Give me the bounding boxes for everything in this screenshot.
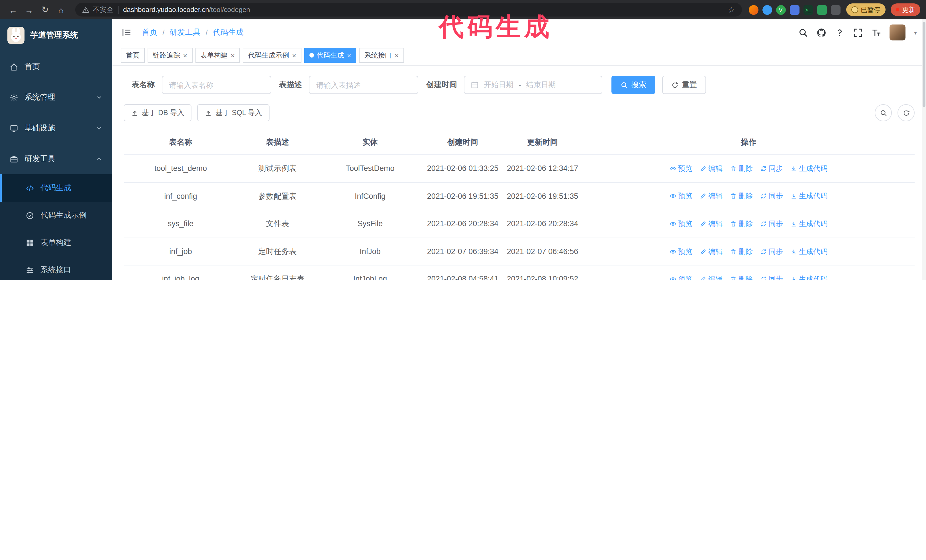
update-button[interactable]: 更新 — [891, 3, 920, 16]
main-area: 首页 / 研发工具 / 代码生成 ▾ 首页 — [112, 20, 926, 280]
home-icon — [10, 62, 18, 71]
app-logo[interactable]: 芋道管理系统 — [0, 20, 112, 51]
sync-link[interactable]: 同步 — [760, 163, 783, 174]
edit-icon — [700, 165, 707, 172]
address-bar[interactable]: 不安全 dashboard.yudao.iocoder.cn/tool/code… — [75, 3, 741, 17]
column-header-entity: 实体 — [318, 130, 423, 154]
table-name-input[interactable] — [162, 76, 271, 94]
delete-link[interactable]: 删除 — [730, 163, 753, 174]
sync-link[interactable]: 同步 — [760, 273, 783, 280]
extension-icon-drop[interactable] — [762, 5, 772, 15]
browser-reload-button[interactable]: ↻ — [38, 2, 53, 17]
page-scrollbar[interactable] — [922, 20, 926, 280]
help-icon[interactable] — [835, 28, 844, 37]
scrollbar-thumb[interactable] — [923, 22, 925, 107]
delete-link[interactable]: 删除 — [730, 273, 753, 280]
breadcrumb-tools[interactable]: 研发工具 — [170, 27, 201, 38]
sidebar-item[interactable]: 首页 — [0, 51, 112, 82]
generate-code-link[interactable]: 生成代码 — [790, 163, 828, 174]
import-db-button[interactable]: 基于 DB 导入 — [124, 104, 192, 121]
extension-icon-leaf[interactable] — [817, 5, 826, 15]
date-range-picker[interactable]: 开始日期 - 结束日期 — [464, 76, 602, 94]
tab[interactable]: 代码生成示例 × — [243, 48, 301, 63]
github-icon[interactable] — [817, 28, 826, 37]
sync-link[interactable]: 同步 — [760, 246, 783, 257]
close-icon[interactable]: × — [183, 51, 187, 59]
tab[interactable]: 系统接口 × — [359, 48, 404, 63]
toggle-search-button[interactable] — [875, 104, 892, 121]
annotation-overlay: 代码生成 — [439, 10, 553, 44]
edit-icon — [700, 248, 707, 255]
sidebar-subitem[interactable]: 代码生成 — [0, 174, 112, 202]
paused-badge[interactable]: 已暂停 — [846, 3, 885, 16]
font-size-icon[interactable] — [871, 28, 881, 37]
navbar-actions: ▾ — [798, 24, 917, 41]
close-icon[interactable]: × — [395, 51, 399, 59]
refresh-table-button[interactable] — [897, 104, 915, 121]
browser-home-button[interactable]: ⌂ — [54, 2, 68, 17]
preview-link[interactable]: 预览 — [670, 273, 692, 280]
reset-button[interactable]: 重置 — [662, 76, 706, 94]
preview-link[interactable]: 预览 — [670, 190, 692, 202]
calendar-icon — [471, 81, 479, 89]
create-time-label: 创建时间 — [426, 80, 457, 90]
example-icon — [26, 211, 34, 220]
tab[interactable]: 链路追踪 × — [148, 48, 192, 63]
avatar[interactable] — [890, 24, 905, 41]
delete-label: 删除 — [738, 273, 753, 280]
sidebar-item[interactable]: 系统管理 — [0, 82, 112, 113]
extension-icon-terminal[interactable]: >_ — [803, 5, 813, 15]
table-desc-input[interactable] — [309, 76, 418, 94]
extension-icon-people[interactable] — [790, 5, 799, 15]
tab[interactable]: 代码生成 × — [304, 48, 356, 63]
close-icon[interactable]: × — [347, 51, 351, 59]
fullscreen-icon[interactable] — [853, 28, 863, 37]
sidebar-subitem[interactable]: 系统接口 — [0, 257, 112, 280]
form-icon — [26, 238, 34, 247]
delete-label: 删除 — [738, 218, 753, 229]
sidebar-item[interactable]: 研发工具 — [0, 143, 112, 174]
import-sql-button[interactable]: 基于 SQL 导入 — [197, 104, 269, 121]
edit-link[interactable]: 编辑 — [700, 246, 723, 257]
generate-code-label: 生成代码 — [799, 190, 828, 202]
sidebar-item[interactable]: 基础设施 — [0, 113, 112, 143]
cell-actions: 预览 编辑 删除 同步 生成代码 — [583, 211, 915, 237]
tab[interactable]: 表单构建 × — [195, 48, 240, 63]
preview-link[interactable]: 预览 — [670, 163, 692, 174]
preview-link[interactable]: 预览 — [670, 246, 692, 257]
extensions-puzzle-icon[interactable] — [831, 5, 840, 15]
edit-link[interactable]: 编辑 — [700, 273, 723, 280]
generate-code-link[interactable]: 生成代码 — [790, 190, 828, 202]
extension-icon-fox[interactable] — [749, 5, 758, 15]
sidebar-subitem[interactable]: 表单构建 — [0, 229, 112, 257]
sync-link[interactable]: 同步 — [760, 190, 783, 202]
close-icon[interactable]: × — [292, 51, 296, 59]
edit-link[interactable]: 编辑 — [700, 190, 723, 202]
generate-code-link[interactable]: 生成代码 — [790, 246, 828, 257]
generate-code-link[interactable]: 生成代码 — [790, 273, 828, 280]
close-icon[interactable]: × — [230, 51, 235, 59]
sync-link[interactable]: 同步 — [760, 218, 783, 229]
tab[interactable]: 首页 — [121, 48, 145, 63]
delete-link[interactable]: 删除 — [730, 190, 753, 202]
gear-icon — [10, 93, 18, 102]
cell-updated: 2021-02-07 06:46:56 — [502, 238, 583, 265]
hamburger-icon[interactable] — [121, 27, 132, 38]
browser-forward-button[interactable]: → — [22, 2, 36, 17]
reset-button-label: 重置 — [682, 80, 697, 90]
edit-link[interactable]: 编辑 — [700, 163, 723, 174]
breadcrumb-home[interactable]: 首页 — [142, 27, 157, 38]
search-button[interactable]: 搜索 — [611, 76, 655, 94]
sidebar-subitem[interactable]: 代码生成示例 — [0, 202, 112, 229]
edit-link[interactable]: 编辑 — [700, 218, 723, 229]
bookmark-star-icon[interactable]: ☆ — [728, 5, 735, 14]
extension-icon-green-check[interactable]: V — [776, 5, 785, 15]
sidebar-subitem-label: 表单构建 — [41, 237, 71, 248]
generate-code-link[interactable]: 生成代码 — [790, 218, 828, 229]
browser-back-button[interactable]: ← — [6, 2, 21, 17]
search-icon[interactable] — [798, 28, 808, 37]
delete-link[interactable]: 删除 — [730, 246, 753, 257]
delete-link[interactable]: 删除 — [730, 218, 753, 229]
avatar-caret-down-icon[interactable]: ▾ — [914, 29, 917, 36]
preview-link[interactable]: 预览 — [670, 218, 692, 229]
